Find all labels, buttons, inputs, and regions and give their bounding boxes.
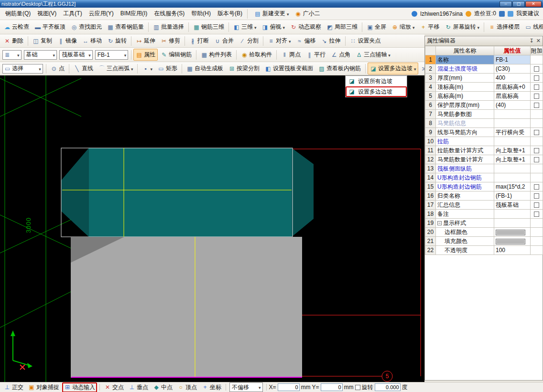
partial-3d-button[interactable]: ◩局部三维 <box>324 21 360 33</box>
offset-combo[interactable]: 不偏移 <box>229 382 263 392</box>
menu-bim-app[interactable]: BIM应用(I) <box>117 8 151 19</box>
panel-close-icon[interactable] <box>536 38 541 44</box>
attach-checkbox[interactable] <box>534 130 539 135</box>
delete-button[interactable]: ✕删除 <box>1 35 26 47</box>
guangxiaoer-button[interactable]: ◉广小二 <box>293 8 323 20</box>
property-value[interactable]: 400 <box>494 74 531 83</box>
orbit-button[interactable]: ↻动态观察 <box>288 21 324 33</box>
shape-more-dropdown[interactable]: ▪ <box>140 64 155 74</box>
property-value[interactable]: FB-1 <box>494 55 531 64</box>
user-name[interactable]: lzhiwen1967sina <box>420 11 463 17</box>
pan-button[interactable]: +平移 <box>418 21 442 33</box>
category-combo[interactable]: 基础 <box>24 50 57 60</box>
property-value[interactable]: max(15*d,2 <box>494 182 531 191</box>
property-value[interactable]: 平行横向受 <box>494 128 531 137</box>
split-button[interactable]: ∕分割 <box>237 35 261 47</box>
rectangle-button[interactable]: ▭矩形 <box>155 63 180 74</box>
collapse-icon[interactable] <box>437 221 442 225</box>
property-value[interactable]: (40) <box>494 101 531 110</box>
batch-select-button[interactable]: ▥批量选择 <box>151 21 186 33</box>
chevron-down-icon[interactable] <box>124 52 127 58</box>
offset-button[interactable]: ≈偏移 <box>294 35 318 47</box>
floor-combo[interactable]: ≣ <box>2 50 22 60</box>
rebar-3d-button[interactable]: ▦钢筋三维 <box>191 21 227 33</box>
trim-button[interactable]: ✂修剪 <box>158 35 183 47</box>
menu-version[interactable]: 版本号(B) <box>214 8 246 19</box>
fullscreen-button[interactable]: ▣全屏 <box>364 21 389 33</box>
property-value[interactable] <box>494 119 531 128</box>
parallel-axis-button[interactable]: ∥平行 <box>304 49 328 61</box>
gray-raft-slab[interactable] <box>71 237 302 378</box>
midpoint-snap-toggle[interactable]: ◆中点 <box>151 382 174 392</box>
ortho-toggle[interactable]: ⊥正交 <box>2 382 25 392</box>
y-coordinate-input[interactable] <box>321 383 343 391</box>
chevron-down-icon[interactable] <box>39 65 41 72</box>
close-button[interactable]: ✕ <box>525 1 542 7</box>
attach-checkbox[interactable] <box>534 212 539 217</box>
teal-slab-with-slopes[interactable] <box>61 148 314 237</box>
minimize-button[interactable]: – <box>500 1 512 7</box>
menu-online-service[interactable]: 在线服务(S) <box>151 8 188 19</box>
attach-checkbox[interactable] <box>534 157 539 162</box>
attach-checkbox[interactable] <box>534 184 539 190</box>
set-grip-button[interactable]: ∷设置夹点 <box>348 35 383 47</box>
new-change-order-button[interactable]: ▤新建变更 <box>252 8 292 20</box>
element-type-combo[interactable]: 筏板基础 <box>59 50 93 60</box>
rotate-angle-input[interactable] <box>375 383 401 391</box>
view-rebar-quantity-button[interactable]: ▦查看钢筋量 <box>105 21 146 33</box>
cloud-check-button[interactable]: ☁云检查 <box>1 21 32 33</box>
stretch-button[interactable]: ↘拉伸 <box>319 35 343 47</box>
top-view-dropdown[interactable]: ◨俯视 <box>260 21 288 33</box>
window-titlebar[interactable]: nistrator\Desktop\工程1.GGJ12] – ▢ ✕ <box>0 0 543 8</box>
bell-icon[interactable] <box>499 11 505 17</box>
attach-checkbox[interactable] <box>534 148 539 153</box>
two-point-axis-button[interactable]: ‖两点 <box>279 49 303 61</box>
zoom-dropdown[interactable]: ⊕缩放 <box>389 21 417 33</box>
drawing-area[interactable]: 5 3000 <box>0 75 424 382</box>
x-coordinate-input[interactable] <box>278 383 300 391</box>
component-list-button[interactable]: ▦构件列表 <box>198 49 234 61</box>
dynamic-input-toggle[interactable]: ⊞动态输入 <box>62 382 97 392</box>
property-value[interactable]: 层底标高+0 <box>494 83 531 92</box>
color-swatch[interactable] <box>496 239 525 244</box>
property-value[interactable] <box>494 210 531 219</box>
property-value[interactable] <box>494 173 531 182</box>
vertex-snap-toggle[interactable]: ○顶点 <box>175 382 199 392</box>
edit-rebar-button[interactable]: ✎编辑钢筋 <box>158 49 194 61</box>
break-button[interactable]: ∦打断 <box>187 35 211 47</box>
view-slab-rebar-button[interactable]: ▨查看板内钢筋 <box>316 63 363 74</box>
panel-titlebar[interactable]: 属性编辑器 <box>425 36 543 46</box>
menu-help[interactable]: 帮助(H) <box>188 8 214 19</box>
suggestion-link[interactable]: 我要建议 <box>516 10 539 18</box>
attach-checkbox[interactable] <box>534 85 539 90</box>
menu-rebar-quantity[interactable]: 钢筋量(Q) <box>2 8 34 19</box>
color-swatch[interactable] <box>496 230 525 235</box>
copy-button[interactable]: ◫复制 <box>30 35 54 47</box>
element-combo[interactable]: FB-1 <box>95 50 129 60</box>
attach-checkbox[interactable] <box>534 94 539 99</box>
property-value[interactable]: 层底标高 <box>494 92 531 101</box>
mirror-button[interactable]: ∥镜像 <box>55 35 79 47</box>
attach-checkbox[interactable] <box>534 202 539 208</box>
coordinate-snap-toggle[interactable]: +坐标 <box>200 382 223 392</box>
property-value[interactable] <box>494 219 531 228</box>
find-element-button[interactable]: ◎查找图元 <box>68 21 104 33</box>
extend-button[interactable]: ↦延伸 <box>133 35 158 47</box>
move-button[interactable]: ↔移动 <box>80 35 104 47</box>
menu-view[interactable]: 视图(V) <box>34 8 60 19</box>
three-point-aux-axis-dropdown[interactable]: ∆三点辅轴 <box>353 49 393 61</box>
drawing-canvas[interactable]: 5 3000 <box>0 75 424 382</box>
property-value[interactable] <box>494 110 531 119</box>
join-button[interactable]: ∪合并 <box>212 35 236 47</box>
split-by-beam-button[interactable]: ⊞按梁分割 <box>226 63 262 74</box>
set-edge-slope-dropdown[interactable]: ◪设置多边边坡 <box>368 63 419 74</box>
object-snap-toggle[interactable]: ▣对象捕捉 <box>26 382 61 392</box>
property-value[interactable]: 筏板基础 <box>494 201 531 210</box>
attach-checkbox[interactable] <box>534 193 539 199</box>
attach-checkbox[interactable] <box>534 66 539 72</box>
property-value[interactable] <box>494 164 531 173</box>
arc-3pt-dropdown[interactable]: ⌒三点画弧 <box>96 63 136 74</box>
property-value[interactable]: 向上取整+1 <box>494 146 531 155</box>
set-raft-section-button[interactable]: ◧设置筏板变截面 <box>262 63 315 74</box>
chat-icon[interactable] <box>508 11 513 17</box>
